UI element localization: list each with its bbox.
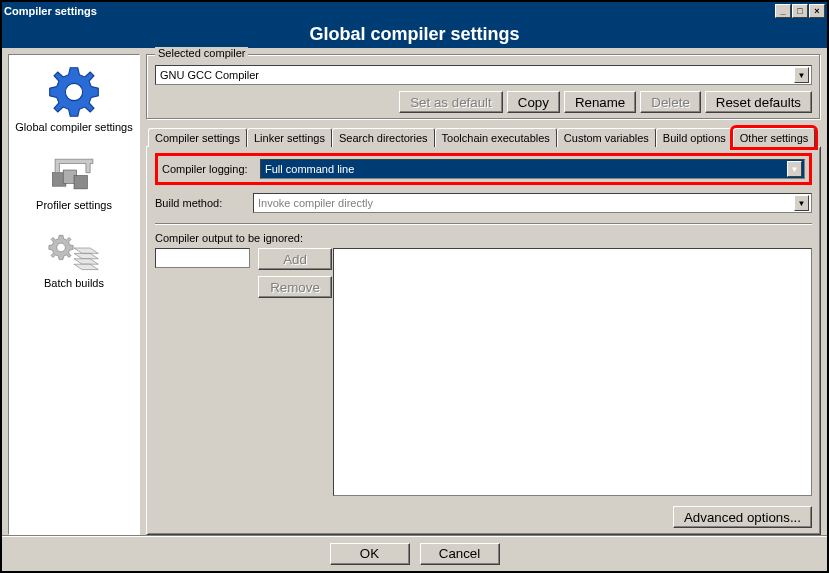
ignored-output-input[interactable] [155,248,250,268]
sidebar-item-label: Batch builds [44,277,104,289]
close-button[interactable]: × [809,4,825,18]
group-legend: Selected compiler [155,47,248,59]
minimize-icon: _ [780,6,785,16]
cancel-button[interactable]: Cancel [420,543,500,565]
minimize-button[interactable]: _ [775,4,791,18]
maximize-button[interactable]: □ [792,4,808,18]
remove-button[interactable]: Remove [258,276,332,298]
main-panel: Selected compiler GNU GCC Compiler ▼ Set… [140,54,821,535]
selected-compiler-group: Selected compiler GNU GCC Compiler ▼ Set… [146,54,821,120]
delete-button[interactable]: Delete [640,91,701,113]
tab-build-options[interactable]: Build options [656,128,733,147]
svg-marker-4 [74,253,98,258]
sidebar: Global compiler settings Profiler settin… [8,54,140,535]
batch-builds-icon [44,221,104,275]
build-method-row: Build method: Invoke compiler directly ▼ [155,193,812,213]
compiler-logging-row: Compiler logging: Full command line ▼ [155,153,812,185]
advanced-options-button[interactable]: Advanced options... [673,506,812,528]
compiler-select-value: GNU GCC Compiler [160,69,794,81]
chevron-down-icon: ▼ [787,161,802,177]
tab-toolchain-executables[interactable]: Toolchain executables [435,128,557,147]
set-as-default-button[interactable]: Set as default [399,91,503,113]
svg-marker-6 [74,264,98,269]
sidebar-item-global-compiler-settings[interactable]: Global compiler settings [9,61,139,137]
tab-compiler-settings[interactable]: Compiler settings [148,128,247,147]
build-method-value: Invoke compiler directly [258,197,794,209]
svg-rect-2 [74,175,88,189]
reset-defaults-button[interactable]: Reset defaults [705,91,812,113]
tabset: Compiler settings Linker settings Search… [146,128,821,147]
tab-search-directories[interactable]: Search directories [332,128,435,147]
maximize-icon: □ [797,6,802,16]
tab-custom-variables[interactable]: Custom variables [557,128,656,147]
sidebar-item-label: Global compiler settings [15,121,132,133]
compiler-settings-window: Compiler settings _ □ × Global compiler … [0,0,829,573]
divider [155,223,812,224]
svg-marker-3 [74,248,98,253]
titlebar: Compiler settings _ □ × [2,2,827,20]
compiler-logging-select[interactable]: Full command line ▼ [260,159,805,179]
chevron-down-icon: ▼ [794,67,809,83]
gear-icon [47,65,101,119]
window-title: Compiler settings [4,5,97,17]
add-button[interactable]: Add [258,248,332,270]
compiler-select[interactable]: GNU GCC Compiler ▼ [155,65,812,85]
sidebar-item-batch-builds[interactable]: Batch builds [9,217,139,293]
chevron-down-icon: ▼ [794,195,809,211]
build-method-select[interactable]: Invoke compiler directly ▼ [253,193,812,213]
sidebar-item-label: Profiler settings [36,199,112,211]
page-header: Global compiler settings [2,20,827,48]
sidebar-item-profiler-settings[interactable]: Profiler settings [9,139,139,215]
build-method-label: Build method: [155,197,247,209]
ignored-output-label: Compiler output to be ignored: [155,232,812,244]
dialog-footer: OK Cancel [2,535,827,571]
tab-other-settings[interactable]: Other settings [733,128,815,147]
svg-marker-5 [74,259,98,264]
compiler-logging-label: Compiler logging: [162,163,254,175]
ignored-output-list[interactable] [333,248,812,496]
copy-button[interactable]: Copy [507,91,560,113]
tab-linker-settings[interactable]: Linker settings [247,128,332,147]
compiler-logging-value: Full command line [265,163,787,175]
ok-button[interactable]: OK [330,543,410,565]
rename-button[interactable]: Rename [564,91,636,113]
close-icon: × [814,6,819,16]
profiler-icon [47,143,101,197]
page-title: Global compiler settings [309,24,519,45]
tab-panel-other-settings: Compiler logging: Full command line ▼ Bu… [146,146,821,535]
